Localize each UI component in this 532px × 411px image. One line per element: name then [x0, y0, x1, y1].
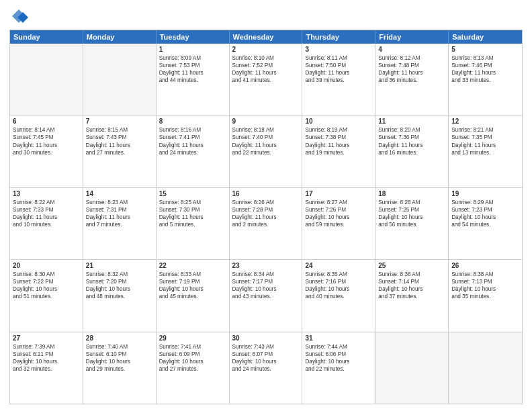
calendar-header-cell: Wednesday [230, 30, 303, 44]
calendar-header-cell: Tuesday [157, 30, 230, 44]
calendar-cell: 13Sunrise: 8:22 AMSunset: 7:33 PMDayligh… [10, 188, 83, 259]
calendar-cell: 19Sunrise: 8:29 AMSunset: 7:23 PMDayligh… [449, 188, 522, 259]
calendar-header-cell: Friday [375, 30, 449, 44]
day-number: 3 [305, 46, 372, 53]
cell-line: Sunrise: 7:43 AM [232, 343, 300, 351]
cell-line: Sunrise: 8:20 AM [378, 126, 445, 134]
calendar-cell: 17Sunrise: 8:27 AMSunset: 7:26 PMDayligh… [302, 188, 375, 259]
cell-line: Sunset: 7:26 PM [305, 206, 372, 214]
calendar-cell [83, 44, 157, 115]
cell-line: Daylight: 10 hours [13, 285, 80, 293]
header [9, 7, 523, 26]
cell-line: Daylight: 11 hours [305, 142, 372, 149]
cell-line: Sunset: 6:11 PM [13, 351, 80, 358]
calendar-cell: 20Sunrise: 8:30 AMSunset: 7:22 PMDayligh… [10, 260, 83, 331]
calendar-row: 13Sunrise: 8:22 AMSunset: 7:33 PMDayligh… [10, 187, 522, 259]
day-number: 30 [232, 334, 300, 342]
cell-line: Sunset: 7:28 PM [232, 206, 300, 214]
cell-line: and 16 minutes. [378, 149, 445, 156]
cell-line: Sunset: 7:38 PM [305, 134, 372, 141]
cell-line: and 45 minutes. [159, 293, 226, 300]
cell-line: Daylight: 11 hours [378, 142, 445, 149]
cell-line: Sunset: 6:06 PM [305, 351, 372, 358]
cell-line: Daylight: 11 hours [86, 142, 153, 149]
calendar-cell: 30Sunrise: 7:43 AMSunset: 6:07 PMDayligh… [230, 332, 303, 404]
cell-line: and 56 minutes. [378, 221, 445, 228]
cell-line: Daylight: 10 hours [451, 285, 519, 293]
day-number: 4 [378, 46, 445, 53]
cell-line: and 51 minutes. [13, 293, 80, 300]
calendar-cell: 29Sunrise: 7:41 AMSunset: 6:09 PMDayligh… [157, 332, 230, 404]
cell-line: Sunrise: 8:19 AM [305, 126, 372, 134]
cell-line: Sunset: 7:20 PM [86, 278, 153, 285]
day-number: 18 [378, 190, 445, 197]
calendar-cell [10, 44, 83, 115]
day-number: 10 [305, 118, 372, 125]
cell-line: and 13 minutes. [451, 149, 519, 156]
calendar: SundayMondayTuesdayWednesdayThursdayFrid… [9, 30, 523, 404]
cell-line: Sunset: 7:33 PM [13, 206, 80, 214]
cell-line: Sunrise: 8:30 AM [13, 271, 80, 278]
cell-line: Sunset: 7:30 PM [159, 206, 226, 214]
cell-line: Sunrise: 8:15 AM [86, 126, 153, 134]
cell-line: Daylight: 10 hours [305, 214, 372, 221]
calendar-cell: 16Sunrise: 8:26 AMSunset: 7:28 PMDayligh… [230, 188, 303, 259]
calendar-body: 1Sunrise: 8:09 AMSunset: 7:53 PMDaylight… [10, 44, 522, 404]
cell-line: and 24 minutes. [159, 149, 226, 156]
cell-line: Sunrise: 8:27 AM [305, 199, 372, 206]
day-number: 19 [451, 190, 519, 197]
cell-line: and 19 minutes. [305, 149, 372, 156]
day-number: 22 [159, 262, 226, 269]
calendar-cell: 15Sunrise: 8:25 AMSunset: 7:30 PMDayligh… [157, 188, 230, 259]
calendar-header-cell: Thursday [302, 30, 375, 44]
cell-line: Sunset: 7:19 PM [159, 278, 226, 285]
cell-line: Daylight: 11 hours [159, 142, 226, 149]
calendar-cell: 31Sunrise: 7:44 AMSunset: 6:06 PMDayligh… [302, 332, 375, 404]
cell-line: Daylight: 11 hours [159, 69, 226, 77]
cell-line: Sunrise: 8:25 AM [159, 199, 226, 206]
cell-line: and 35 minutes. [451, 293, 519, 300]
calendar-row: 6Sunrise: 8:14 AMSunset: 7:45 PMDaylight… [10, 115, 522, 187]
calendar-cell: 24Sunrise: 8:35 AMSunset: 7:16 PMDayligh… [302, 260, 375, 331]
calendar-cell: 23Sunrise: 8:34 AMSunset: 7:17 PMDayligh… [230, 260, 303, 331]
cell-line: Sunset: 7:50 PM [305, 62, 372, 69]
calendar-cell: 14Sunrise: 8:23 AMSunset: 7:31 PMDayligh… [83, 188, 157, 259]
cell-line: Daylight: 10 hours [378, 285, 445, 293]
day-number: 9 [232, 118, 300, 125]
cell-line: Sunset: 7:48 PM [378, 62, 445, 69]
calendar-cell: 11Sunrise: 8:20 AMSunset: 7:36 PMDayligh… [375, 116, 449, 187]
cell-line: Daylight: 10 hours [232, 358, 300, 365]
logo [9, 7, 31, 26]
day-number: 8 [159, 118, 226, 125]
calendar-cell: 28Sunrise: 7:40 AMSunset: 6:10 PMDayligh… [83, 332, 157, 404]
cell-line: Sunset: 7:45 PM [13, 134, 80, 141]
calendar-cell: 22Sunrise: 8:33 AMSunset: 7:19 PMDayligh… [157, 260, 230, 331]
cell-line: Sunrise: 8:38 AM [451, 271, 519, 278]
cell-line: Daylight: 10 hours [451, 214, 519, 221]
day-number: 2 [232, 46, 300, 53]
cell-line: Daylight: 11 hours [159, 214, 226, 221]
day-number: 13 [13, 190, 80, 197]
day-number: 17 [305, 190, 372, 197]
calendar-cell: 18Sunrise: 8:28 AMSunset: 7:25 PMDayligh… [375, 188, 449, 259]
calendar-cell: 2Sunrise: 8:10 AMSunset: 7:52 PMDaylight… [230, 44, 303, 115]
cell-line: Sunrise: 7:39 AM [13, 343, 80, 351]
day-number: 25 [378, 262, 445, 269]
day-number: 21 [86, 262, 153, 269]
cell-line: and 40 minutes. [305, 293, 372, 300]
cell-line: Daylight: 11 hours [378, 69, 445, 77]
cell-line: Sunset: 7:36 PM [378, 134, 445, 141]
day-number: 7 [86, 118, 153, 125]
calendar-row: 27Sunrise: 7:39 AMSunset: 6:11 PMDayligh… [10, 332, 522, 404]
day-number: 6 [13, 118, 80, 125]
cell-line: and 54 minutes. [451, 221, 519, 228]
cell-line: Sunrise: 8:32 AM [86, 271, 153, 278]
calendar-header-cell: Monday [83, 30, 157, 44]
cell-line: Sunrise: 8:12 AM [378, 54, 445, 62]
cell-line: Sunset: 7:31 PM [86, 206, 153, 214]
cell-line: Daylight: 10 hours [378, 214, 445, 221]
cell-line: Sunset: 7:46 PM [451, 62, 519, 69]
calendar-cell: 6Sunrise: 8:14 AMSunset: 7:45 PMDaylight… [10, 116, 83, 187]
logo-icon [9, 7, 28, 26]
cell-line: and 36 minutes. [378, 77, 445, 84]
